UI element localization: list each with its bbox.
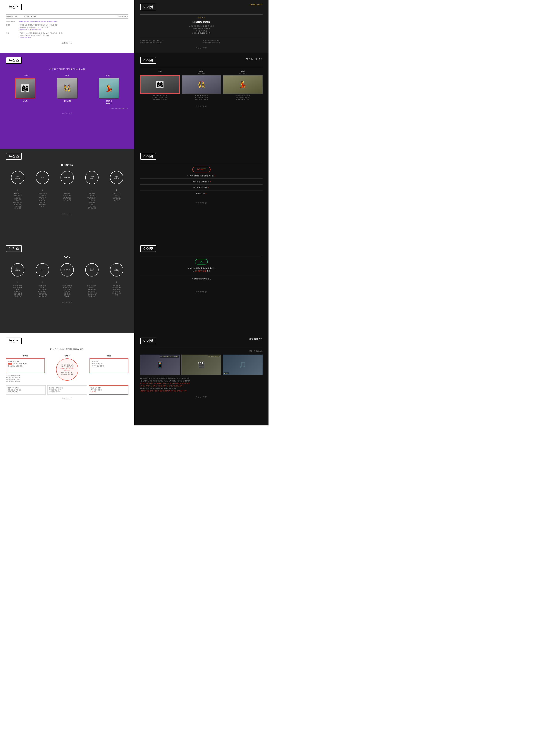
do-circle-being: BeingOneself <box>11 263 24 277</box>
donot-badge: DO NOT <box>192 167 211 172</box>
platform-sub: 1020 여성이라면 누구나공감할 수 있는 포인트를사려적인 니즈를 반영한청… <box>6 375 45 382</box>
fandom-box: 팬덤을 넘어1020 대중에게 접근Lifestyle 전반의 영향 <box>90 358 128 373</box>
platform-box: 개인적 서사의 확장 고민, 소원, 친구 등 일상적 주제 진솔한 감정, 담… <box>6 358 45 373</box>
circle-soundmind: SoundMind <box>85 171 99 185</box>
timeline-period2: 2004년~2012년 <box>24 15 36 18</box>
do-circle-sound: SoundMind <box>85 263 99 277</box>
do-item1: ✔ 가인의 캐릭터를 끌어낼수 줄이는온 크리에이티브를 표현 <box>140 267 263 272</box>
circle-digital-label: DigitalFriendly <box>114 176 119 179</box>
do-circle-digital: DigitalFriendly <box>110 263 123 277</box>
circle-laidback-label: Laid-Back <box>64 177 70 178</box>
rising-icon-desc: 브랜드만의 독특한 자접들을 중심으로시장이 단단하게 정립되고그 시점의 라이… <box>140 25 263 34</box>
platform-section: 플랫폼 개인적 서사의 확장 고민, 소원, 친구 등 일상적 주제 진솔한 감… <box>6 355 45 382</box>
donot-item3: 오이를 위한 아이돌 ✗ <box>140 187 263 190</box>
gen2-label: 2세대 <box>47 74 88 77</box>
media-label: 미디어 활용법 <box>6 21 19 22</box>
brand-badge-right-2: 아이릿 <box>140 57 156 64</box>
roadmap-col1: 아이돌 범위의 확장 → pop → HOT → 팝단연적인 위협성 품질의 고… <box>140 40 200 44</box>
nostrm-logo-r2: NØSTRM <box>140 105 263 107</box>
right-col-row1: 아이릿 ROADMAP 2025 지기 RISING ICON 브랜드만의 독특… <box>134 0 269 53</box>
channel-title-text: 채널 활용 방안 <box>249 338 263 340</box>
dont-desc-3: • 치나치게꾸민것의 태도• 불필요하게드라마틱 행동• 도시적 긴무 <box>55 193 79 209</box>
timeline-period3: 다양한 SNS 시대 <box>43 15 128 18</box>
do-badge: DO <box>195 259 208 265</box>
media-content-text: 인터넷 등장으로 • 멀티 다운로드 성행으로 공연 시간 축소 <box>19 21 128 22</box>
right-col-row3: 아이릿 DO NOT 픽시이서 잘 만들어진 완성형 아이돌 ✗ 자이업는 평범… <box>134 148 269 241</box>
brand-badge-left-2: 뉴진스 <box>6 57 22 64</box>
platform-title: 플랫폼 <box>6 355 45 357</box>
channel-img-2: 日本でも이러니까봐주세요! 🎬 <box>182 355 221 375</box>
past-gen2-col: 2세대 2000 - 2010s 👯 변성한 걸그룹의 등장에스더 SES 등 … <box>182 70 221 101</box>
nostrm-logo-r3: NØSTRM <box>140 202 263 204</box>
rising-icon-title: RISING ICON <box>140 21 263 23</box>
group-name-ses: S.E.S. <box>6 100 45 102</box>
nostrm-logo-1: NØSTRM <box>6 42 128 44</box>
donts-title: DON'Ts <box>6 163 128 166</box>
left-col-row2: 뉴진스 기준을 충족하는 세대별 대표 걸그룹 1세대 2세대 3세대 👩‍👩‍… <box>0 53 134 148</box>
group-snsd: 👯 소녀시대 <box>48 78 87 103</box>
right-col-row5: 아이릿 채널 활용 방안 틱톡 + 유튜브 쇼츠 아이돌이아이돌이아이돌이따라세… <box>134 333 269 425</box>
past-gen2-img: 👯 <box>182 75 221 94</box>
dont-desc-2: • 이기적인 성향• 거이하는 것같은 어색한태도• 틱톡 그로테스크 말투• … <box>31 193 54 209</box>
fandom-label: 팬덤 <box>6 32 19 39</box>
nostrm-logo-l5: NØSTRM <box>6 398 128 400</box>
past-gen1-year: — <box>140 73 180 74</box>
circle-laidback: Laid-Back <box>61 171 74 185</box>
group-name-twice: 트와이스 블랙핑크 <box>90 100 128 105</box>
media-subtitle: 21년팀의 미디어 플랫폼, 컨텐츠, 팬덤 <box>6 348 128 351</box>
nostrm-logo-l3: NØSTRM <box>6 213 128 215</box>
past-gen1-img: 👩‍👩‍👧 <box>140 75 180 94</box>
content-label: 콘텐츠 <box>6 24 19 31</box>
circle-squad-label: Squad <box>41 177 44 178</box>
past-gen3-label: 3세대 <box>223 70 263 72</box>
timeline-period1: 1990년대 이전 <box>6 15 17 18</box>
left-col-row5: 뉴진스 21년팀의 미디어 플랫폼, 컨텐츠, 팬덤 플랫폼 개인적 서사의 확… <box>0 333 134 425</box>
dont-desc-4: • 과한 발퀄찰,비교이• 심리성이 깊지혹은 아랑• 상업적인마크스러운연금•… <box>80 193 104 209</box>
do-circle-laidback: Laid-Back <box>61 263 74 277</box>
brand-badge-right-3: 아이릿 <box>140 153 156 160</box>
past-gen3-year: 2010 - 2020s <box>223 73 263 74</box>
circle-squad: Squad <box>36 171 49 185</box>
left-col-row4: 뉴진스 DOs BeingOneself Squad Laid-Back <box>0 241 134 333</box>
fandom-section: 팬덤 팬덤을 넘어1020 대중에게 접근Lifestyle 전반의 영향 <box>90 355 128 373</box>
channel-img-3: ▶ 하세요 🎵 <box>223 355 263 375</box>
past-groups-title: 과거 걸그룹 계보 <box>246 57 263 60</box>
dont-desc-1: • 뽕짝 학교 /수동적인 태도• 기이하는 것같은 어색한태도• 현실과 분리… <box>6 193 29 209</box>
left-col-row1: 뉴진스 1990년대 이전 2004년~2012년 다양한 SNS 시대 미디어… <box>0 0 134 48</box>
fandom-title-r: 팬덤 <box>90 355 128 357</box>
channel-img-1: 아이돌이아이돌이아이돌이따라세요! 📱 <box>140 355 180 375</box>
nostrm-logo-l4: NØSTRM <box>6 301 128 304</box>
past-gen1-desc: 1세 그룹 부류/기의 시작에스이에스 SES 등 다양한그룹 1세대 크고바 … <box>140 95 180 101</box>
gen3-label: 3세대 <box>88 74 128 77</box>
nostrm-logo-r4: NØSTRM <box>140 291 263 293</box>
do-desc-3: 어딘가 찾기는다렉설을 가지지않고 학교를가지는 성장스탠덕하는인플루언서Bra… <box>55 285 79 298</box>
bottom-box-1: 개인적 서사의 확장고민, 소원, 친구 등 일상진솔한 감정 표현 <box>6 385 46 395</box>
media-content: 인터넷 등장으로 • 멀티 다운로드 성행으로 공연 시간 축소 <box>19 21 128 22</box>
right-col-row2: 아이릿 과거 걸그룹 계보 1세대 — 👩‍👩‍👧 1세 그룹 부류/기의 시작… <box>134 53 269 148</box>
do-desc-5: 자유 표현 및커뮤니케이션이단으로 플랫폼다이나믹하크리에이티브로활동 <box>105 285 128 298</box>
do-desc-1: 외부의 평강으로주어진 재래이지않아,현실 속 자신본인의 모습에대한 솔직함과… <box>6 285 29 298</box>
brand-badge-left-5: 뉴진스 <box>6 338 22 344</box>
nostrm-logo-r1: NØSTRM <box>140 47 263 49</box>
dos-title: DOs <box>6 256 128 259</box>
brand-badge-right-4: 아이릿 <box>140 245 156 252</box>
group-ses: 👩‍👩‍👧 S.E.S. <box>6 78 45 102</box>
past-gen1-label: 1세대 <box>140 70 180 72</box>
donot-item4: 완벽함 임도 ✗ <box>140 192 263 195</box>
content-text: • 케이팝 방탄 콘텐츠(아이돌다이어리)의 인기 / 예능물 등장 • QQ플… <box>19 24 128 31</box>
circle-digital: DigitalFriendly <box>110 171 123 185</box>
row2-title-left: 기준을 충족하는 세대별 대표 걸그룹 <box>6 67 128 70</box>
brand-badge-right-1: 아이릿 <box>140 4 156 10</box>
do-circle-squad: Squad <box>36 263 49 277</box>
group-twice: 💃 트와이스 블랙핑크 <box>90 78 128 105</box>
group-name-snsd: 소녀시대 <box>48 100 87 103</box>
past-gen3-img: 💃 <box>223 75 263 94</box>
content-section: 콘텐츠 아이들의 경계를 넘어Influencer로 포지셔닝청년팔이 아이돌 … <box>48 355 87 381</box>
past-gen3-desc: 뉴미디어 성장 및 글로벌확산 더 많은 그룹의 등장인기 높은 최고 더 많은 <box>223 95 263 101</box>
content-circle: 아이들의 경계를 넘어Influencer로 포지셔닝청년팔이 아이돌 이미지에… <box>56 358 78 381</box>
brand-badge-right-5: 아이릿 <box>140 338 156 344</box>
donot-item1: 픽시이서 잘 만들어진 완성형 아이돌 ✗ <box>140 175 263 179</box>
row2-footnote: * 수요가의 경우 운영방식에 따라 <box>6 107 128 109</box>
bottom-box-3: 팬덤을 넘어 대중화1020 대중에게 접근✓ 탈 팬덤 <box>89 385 128 395</box>
roadmap-col2: 한국/일본 아이돌 10대 팬이다양한 이후로 넘어나는 사기 <box>203 40 263 44</box>
